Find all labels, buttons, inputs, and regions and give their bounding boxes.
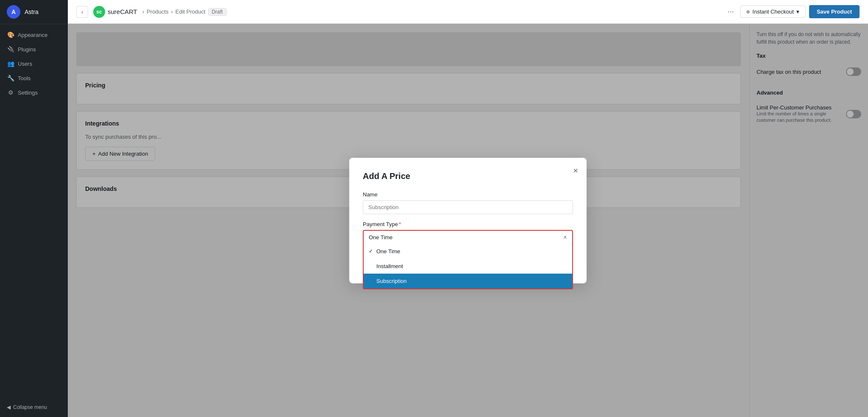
payment-type-label: Payment Type* [363, 221, 573, 227]
selected-payment-type: One Time [369, 234, 392, 241]
sidebar-nav: 🎨 Appearance 🔌 Plugins 👥 Users 🔧 Tools ⚙… [0, 24, 68, 401]
astra-logo-text: Astra [25, 8, 39, 15]
content-area: Pricing Integrations To sync purchases o… [68, 24, 868, 417]
breadcrumb-edit-product[interactable]: Edit Product [175, 8, 206, 15]
name-label: Name [363, 191, 573, 198]
required-marker: * [399, 221, 401, 227]
astra-logo-icon: A [7, 5, 20, 19]
logo-sure: sure [108, 8, 120, 15]
sidebar-item-appearance-label: Appearance [18, 32, 47, 38]
topbar-actions: ··· Instant Checkout ▾ Save Product [725, 5, 860, 18]
more-options-button[interactable]: ··· [725, 6, 737, 18]
instant-checkout-label: Instant Checkout [752, 8, 794, 15]
instant-checkout-chevron: ▾ [796, 8, 799, 15]
instant-checkout-button[interactable]: Instant Checkout ▾ [740, 6, 806, 18]
sidebar-item-settings[interactable]: ⚙ Settings [0, 85, 68, 100]
payment-type-select[interactable]: One Time ∧ [363, 230, 573, 245]
instant-checkout-dot [746, 10, 750, 14]
collapse-icon: ◀ [7, 404, 11, 410]
modal-title: Add A Price [363, 171, 573, 181]
collapse-label: Collapse menu [13, 404, 47, 410]
modal-overlay: × Add A Price Name Payment Type* One Tim… [68, 24, 868, 417]
appearance-icon: 🎨 [7, 31, 14, 39]
modal-close-button[interactable]: × [573, 166, 578, 175]
sidebar-item-appearance[interactable]: 🎨 Appearance [0, 28, 68, 42]
sidebar-item-plugins-label: Plugins [18, 46, 36, 53]
settings-icon: ⚙ [7, 89, 14, 96]
payment-type-dropdown: One Time ∧ One Time Installment Subsc [363, 230, 573, 245]
breadcrumb-sep1: › [142, 8, 144, 15]
back-icon: ‹ [81, 8, 83, 15]
sidebar: A Astra 🎨 Appearance 🔌 Plugins 👥 Users 🔧… [0, 0, 68, 417]
save-product-label: Save Product [817, 8, 852, 15]
payment-type-menu: One Time Installment Subscription [363, 244, 573, 289]
option-subscription[interactable]: Subscription [364, 274, 572, 288]
breadcrumb-sep2: › [171, 8, 172, 15]
tools-icon: 🔧 [7, 74, 14, 82]
breadcrumb-products[interactable]: Products [147, 8, 168, 15]
surecart-logo-text: sureCART [108, 8, 137, 15]
close-icon: × [573, 166, 578, 175]
subscription-label: Subscription [376, 278, 407, 284]
back-button[interactable]: ‹ [76, 6, 88, 18]
name-input[interactable] [363, 200, 573, 214]
sidebar-item-settings-label: Settings [18, 90, 38, 96]
sidebar-item-tools-label: Tools [18, 75, 31, 81]
users-icon: 👥 [7, 60, 14, 67]
main-container: ‹ sc sureCART › Products › Edit Product … [68, 0, 868, 417]
name-field-group: Name [363, 191, 573, 214]
sidebar-logo: A Astra [0, 0, 68, 24]
breadcrumb: › Products › Edit Product Draft [142, 8, 227, 16]
logo-cart: CART [120, 8, 137, 15]
save-product-button[interactable]: Save Product [809, 5, 860, 18]
topbar: ‹ sc sureCART › Products › Edit Product … [68, 0, 868, 24]
surecart-logo: sc sureCART [93, 6, 137, 18]
sidebar-item-users[interactable]: 👥 Users [0, 56, 68, 71]
option-installment[interactable]: Installment [364, 259, 572, 274]
option-one-time[interactable]: One Time [364, 244, 572, 259]
one-time-label: One Time [376, 248, 400, 255]
dots-icon: ··· [728, 7, 734, 16]
sidebar-item-plugins[interactable]: 🔌 Plugins [0, 42, 68, 56]
collapse-menu[interactable]: ◀ Collapse menu [0, 401, 68, 417]
chevron-up-icon: ∧ [563, 234, 567, 240]
draft-badge: Draft [208, 8, 227, 16]
sidebar-item-users-label: Users [18, 61, 32, 67]
sidebar-item-tools[interactable]: 🔧 Tools [0, 71, 68, 85]
surecart-logo-icon: sc [93, 6, 105, 18]
installment-label: Installment [376, 263, 403, 269]
add-price-modal: × Add A Price Name Payment Type* One Tim… [349, 158, 587, 283]
payment-type-group: Payment Type* One Time ∧ One Time [363, 221, 573, 245]
plugins-icon: 🔌 [7, 45, 14, 53]
